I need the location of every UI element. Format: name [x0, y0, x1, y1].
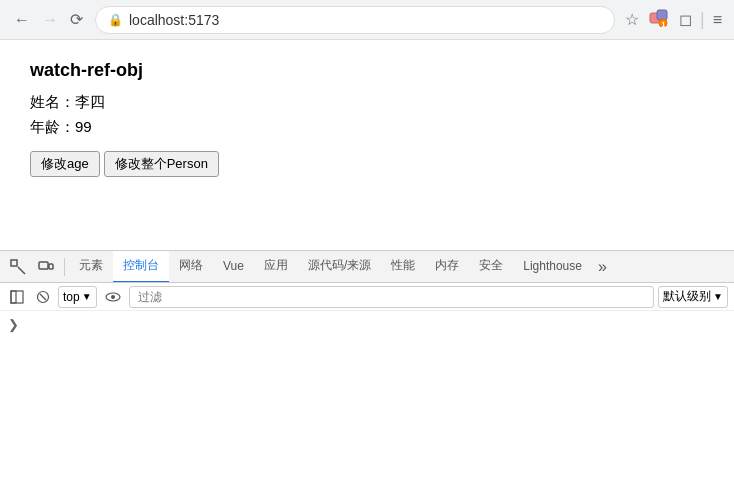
tab-performance[interactable]: 性能 [381, 251, 425, 283]
name-value: 李四 [75, 93, 105, 110]
browser-actions: ☆ 1 ◻ | ≡ [623, 7, 724, 33]
address-bar[interactable]: 🔒 localhost:5173 [95, 6, 615, 34]
name-label: 姓名： [30, 93, 75, 110]
log-level-chevron: ▼ [713, 291, 723, 302]
svg-point-13 [111, 295, 115, 299]
name-row: 姓名：李四 [30, 93, 704, 112]
star-button[interactable]: ☆ [623, 8, 641, 31]
filter-input[interactable] [129, 286, 655, 308]
age-row: 年龄：99 [30, 118, 704, 137]
page-title: watch-ref-obj [30, 60, 704, 81]
tab-vue[interactable]: Vue [213, 251, 254, 283]
svg-rect-7 [49, 264, 53, 269]
back-button[interactable]: ← [10, 9, 34, 31]
tab-security[interactable]: 安全 [469, 251, 513, 283]
log-level-selector[interactable]: 默认级别 ▼ [658, 286, 728, 308]
devtools-panel: 元素 控制台 网络 Vue 应用 源代码/来源 性能 内存 [0, 250, 734, 500]
browser-chrome: ← → ⟳ 🔒 localhost:5173 ☆ 1 ◻ | ≡ [0, 0, 734, 40]
nav-buttons: ← → ⟳ [10, 8, 87, 31]
url-text: localhost:5173 [129, 12, 602, 28]
modify-person-button[interactable]: 修改整个Person [104, 151, 219, 177]
tab-network[interactable]: 网络 [169, 251, 213, 283]
svg-rect-8 [11, 291, 16, 303]
console-caret: ❯ [8, 317, 19, 332]
svg-rect-4 [11, 260, 17, 266]
console-toolbar: top ▼ 默认级别 ▼ [0, 283, 734, 311]
console-prompt[interactable]: ❯ [0, 315, 734, 334]
eye-button[interactable] [101, 289, 125, 305]
bookmarks-button[interactable]: ◻ [677, 8, 694, 31]
tab-console[interactable]: 控制台 [113, 251, 169, 283]
age-label: 年龄： [30, 118, 75, 135]
inspect-element-button[interactable] [4, 255, 32, 279]
tab-elements[interactable]: 元素 [69, 251, 113, 283]
svg-line-11 [40, 294, 46, 300]
svg-rect-1 [657, 10, 667, 20]
extensions-button[interactable]: 1 [647, 7, 671, 33]
age-value: 99 [75, 118, 92, 135]
sidebar-toggle-button[interactable] [6, 288, 28, 306]
svg-rect-6 [39, 262, 48, 269]
svg-rect-9 [11, 291, 23, 303]
buttons-row: 修改age 修改整个Person [30, 151, 704, 177]
devtools-tabs: 元素 控制台 网络 Vue 应用 源代码/来源 性能 内存 [0, 251, 734, 283]
device-toggle-button[interactable] [32, 255, 60, 279]
tab-application[interactable]: 应用 [254, 251, 298, 283]
tab-lighthouse[interactable]: Lighthouse [513, 251, 592, 283]
top-selector[interactable]: top ▼ [58, 286, 97, 308]
console-body: ❯ [0, 311, 734, 500]
tab-memory[interactable]: 内存 [425, 251, 469, 283]
reload-button[interactable]: ⟳ [66, 8, 87, 31]
more-tabs-button[interactable]: » [592, 252, 613, 282]
svg-text:1: 1 [661, 20, 665, 27]
clear-console-button[interactable] [32, 288, 54, 306]
menu-button[interactable]: ≡ [711, 9, 724, 31]
forward-button[interactable]: → [38, 9, 62, 31]
svg-line-5 [18, 267, 25, 274]
secure-icon: 🔒 [108, 13, 123, 27]
tab-sources[interactable]: 源代码/来源 [298, 251, 381, 283]
modify-age-button[interactable]: 修改age [30, 151, 100, 177]
tab-separator-1 [64, 258, 65, 276]
divider: | [700, 9, 705, 30]
top-selector-chevron: ▼ [82, 291, 92, 302]
